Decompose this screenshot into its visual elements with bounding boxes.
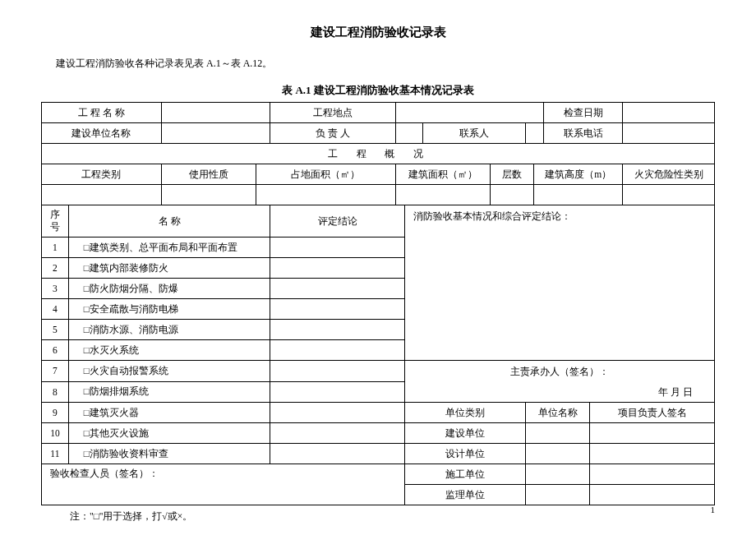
- row-name[interactable]: □安全疏散与消防电梯: [68, 299, 270, 320]
- unit-sign-header: 项目负责人签名: [590, 403, 715, 423]
- row-result[interactable]: [270, 258, 405, 279]
- header-row-1: 工 程 名 称 工程地点 检查日期: [42, 103, 715, 123]
- row-name[interactable]: □火灾自动报警系统: [68, 361, 270, 382]
- row-name[interactable]: □防火防烟分隔、防爆: [68, 279, 270, 299]
- header-row-2: 建设单位名称 负 责 人 联系人 联系电话: [42, 123, 715, 144]
- col-floors: 层数: [491, 164, 534, 185]
- row-num: 11: [42, 444, 69, 464]
- table-caption: 表 A.1 建设工程消防验收基本情况记录表: [41, 83, 715, 98]
- row-num: 4: [42, 299, 69, 320]
- row-result[interactable]: [270, 299, 405, 320]
- row-name[interactable]: □防烟排烟系统: [68, 381, 270, 403]
- inspector-sign-label: 验收检查人员（签名）：: [50, 468, 159, 478]
- project-location-value[interactable]: [395, 103, 543, 123]
- check-date-value[interactable]: [623, 103, 715, 123]
- unit-name-value[interactable]: [525, 464, 590, 485]
- row-num: 1: [42, 238, 69, 258]
- row-result[interactable]: [270, 403, 405, 423]
- row-num: 10: [42, 423, 69, 444]
- row-num: 3: [42, 279, 69, 299]
- project-location-label: 工程地点: [270, 103, 395, 123]
- conclusion-label: 消防验收基本情况和综合评定结论：: [413, 211, 571, 221]
- unit-label: 建设单位: [405, 423, 526, 444]
- row-result[interactable]: [270, 444, 405, 464]
- construction-unit-label: 建设单位名称: [42, 123, 162, 144]
- list-header-name: 名 称: [68, 205, 270, 238]
- col-use: 使用性质: [161, 164, 256, 185]
- page-title: 建设工程消防验收记录表: [41, 25, 715, 40]
- list-header-result: 评定结论: [270, 205, 405, 238]
- row-result[interactable]: [270, 238, 405, 258]
- col-height: 建筑高度（m）: [534, 164, 623, 185]
- main-table: 工 程 名 称 工程地点 检查日期 建设单位名称 负 责 人 联系人 联系电话 …: [41, 102, 715, 505]
- contact-label: 联系人: [423, 123, 526, 144]
- unit-name-value[interactable]: [525, 444, 590, 464]
- unit-type-header: 单位类别: [405, 403, 526, 423]
- val-hazard[interactable]: [623, 185, 715, 205]
- responsible-label: 负 责 人: [270, 123, 395, 144]
- list-header-num: 序号: [42, 205, 69, 238]
- val-floors[interactable]: [491, 185, 534, 205]
- signer-label: 主责承办人（签名）：: [410, 366, 709, 378]
- row-name[interactable]: □建筑类别、总平面布局和平面布置: [68, 238, 270, 258]
- unit-name-value[interactable]: [525, 485, 590, 505]
- unit-sign-value[interactable]: [590, 464, 715, 485]
- page-number: 1: [711, 505, 716, 514]
- intro-text: 建设工程消防验收各种记录表见表 A.1～表 A.12。: [41, 57, 715, 71]
- row-name[interactable]: □建筑灭火器: [68, 403, 270, 423]
- signer-area[interactable]: 主责承办人（签名）： 年 月 日: [405, 361, 715, 403]
- val-land-area[interactable]: [256, 185, 395, 205]
- unit-label: 施工单位: [405, 464, 526, 485]
- row-result[interactable]: [270, 279, 405, 299]
- responsible-value[interactable]: [395, 123, 422, 144]
- row-num: 7: [42, 361, 69, 382]
- row-result[interactable]: [270, 340, 405, 361]
- footnote: 注："□"用于选择，打√或×。: [41, 510, 715, 523]
- col-type: 工程类别: [42, 164, 162, 185]
- row-result[interactable]: [270, 381, 405, 403]
- overview-values-row: [42, 185, 715, 205]
- conclusion-area[interactable]: 消防验收基本情况和综合评定结论：: [405, 205, 715, 361]
- phone-label: 联系电话: [544, 123, 623, 144]
- row-result[interactable]: [270, 361, 405, 382]
- row-num: 6: [42, 340, 69, 361]
- row-num: 9: [42, 403, 69, 423]
- val-type[interactable]: [42, 185, 162, 205]
- row-name[interactable]: □其他灭火设施: [68, 423, 270, 444]
- construction-unit-value[interactable]: [161, 123, 270, 144]
- project-name-value[interactable]: [161, 103, 270, 123]
- val-height[interactable]: [534, 185, 623, 205]
- overview-labels-row: 工程类别 使用性质 占地面积（㎡） 建筑面积（㎡） 层数 建筑高度（m） 火灾危…: [42, 164, 715, 185]
- row-name[interactable]: □水灭火系统: [68, 340, 270, 361]
- unit-sign-value[interactable]: [590, 485, 715, 505]
- overview-header: 工 程 概 况: [42, 144, 715, 164]
- unit-name-header: 单位名称: [525, 403, 590, 423]
- row-num: 8: [42, 381, 69, 403]
- table-row: 7 □火灾自动报警系统 主责承办人（签名）： 年 月 日: [42, 361, 715, 382]
- row-num: 5: [42, 320, 69, 340]
- unit-name-value[interactable]: [525, 423, 590, 444]
- check-date-label: 检查日期: [544, 103, 623, 123]
- col-land-area: 占地面积（㎡）: [256, 164, 395, 185]
- row-result[interactable]: [270, 320, 405, 340]
- row-name[interactable]: □消防水源、消防电源: [68, 320, 270, 340]
- unit-label: 设计单位: [405, 444, 526, 464]
- unit-sign-value[interactable]: [590, 423, 715, 444]
- row-name[interactable]: □消防验收资料审查: [68, 444, 270, 464]
- inspector-row: 验收检查人员（签名）： 施工单位: [42, 464, 715, 485]
- col-building-area: 建筑面积（㎡）: [395, 164, 490, 185]
- col-hazard: 火灾危险性类别: [623, 164, 715, 185]
- table-row: 9 □建筑灭火器 单位类别 单位名称 项目负责人签名: [42, 403, 715, 423]
- val-use[interactable]: [161, 185, 256, 205]
- overview-header-row: 工 程 概 况: [42, 144, 715, 164]
- inspector-sign-area[interactable]: 验收检查人员（签名）：: [42, 464, 405, 505]
- row-name[interactable]: □建筑内部装修防火: [68, 258, 270, 279]
- unit-sign-value[interactable]: [590, 444, 715, 464]
- phone-value[interactable]: [623, 123, 715, 144]
- date-line: 年 月 日: [410, 386, 709, 399]
- project-name-label: 工 程 名 称: [42, 103, 162, 123]
- val-building-area[interactable]: [395, 185, 490, 205]
- row-result[interactable]: [270, 423, 405, 444]
- table-row: 11 □消防验收资料审查 设计单位: [42, 444, 715, 464]
- contact-value[interactable]: [525, 123, 543, 144]
